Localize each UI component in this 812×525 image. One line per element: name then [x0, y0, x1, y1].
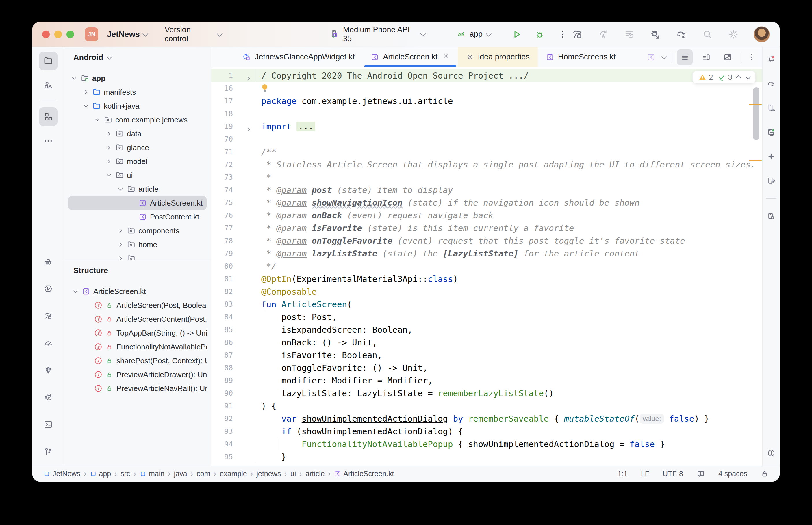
debug-button[interactable]	[535, 29, 545, 40]
code-line-16[interactable]: 16	[211, 82, 762, 95]
breadcrumb-com[interactable]: com	[196, 469, 210, 478]
caret-position[interactable]: 1:1	[618, 469, 628, 478]
project-item-home[interactable]: home	[68, 238, 207, 252]
structure-tool-button[interactable]	[39, 107, 58, 126]
encoding[interactable]: UTF-8	[663, 469, 683, 478]
project-item-ui[interactable]: ui	[68, 168, 207, 182]
run-hexagon-tool-button[interactable]	[39, 280, 58, 298]
code-line-19[interactable]: 19import ...	[211, 120, 762, 133]
code-line-1[interactable]: 1/ Copyright 2020 The Android Open Sourc…	[211, 69, 762, 82]
breadcrumb-jetnews[interactable]: JetNews	[43, 469, 80, 478]
breadcrumb-example[interactable]: example	[220, 469, 247, 478]
code-line-82[interactable]: 82@Composable	[211, 285, 762, 298]
breadcrumb-article[interactable]: article	[306, 469, 325, 478]
breadcrumb-app[interactable]: app	[90, 469, 111, 478]
terminal-tool-button[interactable]	[39, 415, 58, 434]
build-tool-button[interactable]	[39, 307, 58, 325]
app-inspection-button[interactable]	[764, 209, 779, 224]
breadcrumb-src[interactable]: src	[120, 469, 130, 478]
line-ending[interactable]: LF	[641, 469, 649, 478]
code-line-90[interactable]: 90 lazyListState: LazyListState = rememb…	[211, 387, 762, 400]
code-line-71[interactable]: 71/**	[211, 146, 762, 158]
code-line-76[interactable]: 76 * @param onBack (event) request navig…	[211, 209, 762, 222]
gradle-tool-button[interactable]	[764, 76, 779, 91]
structure-item-previewarticlenavrail[interactable]: fPreviewArticleNavRail(): Unit	[68, 381, 207, 395]
profiler-gauge-tool-button[interactable]	[39, 334, 58, 352]
breadcrumb-java[interactable]: java	[174, 469, 187, 478]
scrollbar-thumb[interactable]	[753, 87, 759, 140]
project-item-article[interactable]: article	[68, 182, 207, 196]
gemini-sparkle-button[interactable]	[764, 149, 779, 164]
problems-info-button[interactable]	[764, 446, 779, 460]
sync-redo-icon[interactable]	[597, 29, 609, 40]
code-line-88[interactable]: 88 onToggleFavorite: () -> Unit,	[211, 362, 762, 374]
logcat-cat-tool-button[interactable]	[39, 388, 58, 407]
code-line-75[interactable]: 75 * @param showNavigationIcon (state) i…	[211, 196, 762, 209]
project-view-selector[interactable]: Android	[64, 47, 211, 68]
structure-item-articlescreencontent[interactable]: fArticleScreenContent(Post, ()	[68, 312, 207, 326]
structure-item-functionalitynotavailablepop[interactable]: fFunctionalityNotAvailablePop	[68, 340, 207, 354]
build-hammer-icon[interactable]	[572, 29, 583, 40]
project-item-model[interactable]: model	[68, 154, 207, 168]
code-line-73[interactable]: 73 *	[211, 171, 762, 184]
code-line-95[interactable]: 95 }	[211, 450, 762, 463]
code-line-74[interactable]: 74 * @param post (state) item to display	[211, 184, 762, 196]
gradle-sync-icon[interactable]	[676, 29, 687, 40]
code-line-94[interactable]: 94 FunctionalityNotAvailablePopup { show…	[211, 438, 762, 450]
maximize-window-button[interactable]	[67, 31, 74, 38]
app-quality-diamond-tool-button[interactable]	[39, 361, 58, 379]
code-area[interactable]: 1/ Copyright 2020 The Android Open Sourc…	[211, 67, 762, 466]
more-actions-kebab-icon[interactable]	[558, 29, 567, 39]
code-line-81[interactable]: 81@OptIn(ExperimentalMaterial3Api::class…	[211, 273, 762, 285]
breadcrumb-ui[interactable]: ui	[291, 469, 296, 478]
structure-item-articlescreen[interactable]: fArticleScreen(Post, Boolean,	[68, 298, 207, 312]
code-line-86[interactable]: 86 onBack: () -> Unit,	[211, 336, 762, 349]
minimize-window-button[interactable]	[54, 31, 62, 38]
resource-manager-tool-button[interactable]	[39, 76, 58, 94]
close-window-button[interactable]	[42, 31, 50, 38]
device-manager-button[interactable]	[764, 101, 779, 115]
project-item-kotlin-java[interactable]: kotlin+java	[68, 99, 207, 113]
code-line-89[interactable]: 89 modifier: Modifier = Modifier,	[211, 374, 762, 387]
hidden-tabs-chevron-icon[interactable]	[661, 54, 667, 59]
tab-homescreens-kt[interactable]: HomeScreens.kt	[538, 47, 624, 67]
code-line-91[interactable]: 91) {	[211, 400, 762, 412]
code-line-78[interactable]: 78 * @param onToggleFavorite (event) req…	[211, 235, 762, 247]
run-configuration-selector[interactable]: app	[456, 29, 490, 39]
code-line-70[interactable]: 70	[211, 133, 762, 146]
device-selector[interactable]: Medium Phone API 35	[329, 26, 425, 43]
indent-setting[interactable]: 4 spaces	[718, 469, 747, 478]
run-tasks-list-icon[interactable]	[624, 29, 635, 40]
git-branch-tool-button[interactable]	[39, 442, 58, 461]
code-line-18[interactable]: 18	[211, 107, 762, 120]
code-line-80[interactable]: 80 */	[211, 260, 762, 273]
next-issue-button[interactable]	[745, 74, 751, 79]
highlighting-level-icon[interactable]	[696, 469, 705, 478]
project-tool-button[interactable]	[39, 52, 58, 70]
code-view-button[interactable]	[677, 49, 693, 65]
project-item-com-example-jetnews[interactable]: com.example.jetnews	[68, 113, 207, 127]
breadcrumb-articlescreen-kt[interactable]: ArticleScreen.kt	[334, 469, 394, 478]
user-avatar[interactable]	[754, 26, 770, 43]
version-control-menu[interactable]: Version control	[162, 24, 224, 45]
design-view-button[interactable]	[720, 49, 735, 65]
code-line-17[interactable]: 17package com.example.jetnews.ui.article	[211, 95, 762, 107]
notifications-bell-button[interactable]	[764, 52, 779, 67]
project-item-components[interactable]: components	[68, 224, 207, 238]
code-line-79[interactable]: 79 * @param lazyListState (state) the [L…	[211, 247, 762, 260]
code-line-87[interactable]: 87 isFavorite: Boolean,	[211, 349, 762, 362]
intention-bulb-icon[interactable]	[262, 84, 268, 92]
structure-item-topappbar[interactable]: fTopAppBar(String, () -> Unit,	[68, 326, 207, 340]
run-button[interactable]	[512, 29, 522, 40]
device-mirror-button[interactable]	[764, 174, 779, 188]
project-item-item[interactable]	[68, 252, 207, 260]
editor-options-kebab-icon[interactable]	[747, 53, 756, 61]
project-item-glance[interactable]: glance	[68, 141, 207, 154]
project-item-manifests[interactable]: manifests	[68, 85, 207, 99]
split-view-button[interactable]	[698, 49, 714, 65]
project-item-data[interactable]: data	[68, 127, 207, 141]
attach-debugger-icon[interactable]	[650, 29, 661, 40]
code-line-92[interactable]: 92 var showUnimplementedActionDialog by …	[211, 412, 762, 425]
project-item-app[interactable]: app	[68, 71, 207, 85]
structure-item-sharepost[interactable]: fsharePost(Post, Context): Un	[68, 354, 207, 368]
